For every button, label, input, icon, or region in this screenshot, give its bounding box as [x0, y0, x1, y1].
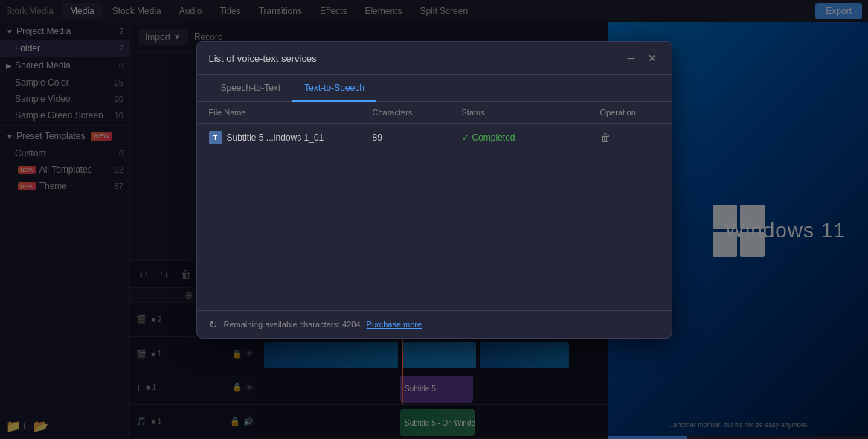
modal-tabs: Speech-to-Text Text-to-Speech [197, 75, 672, 102]
modal-tab-stt[interactable]: Speech-to-Text [209, 75, 293, 102]
modal-close-button[interactable]: ✕ [645, 51, 660, 65]
col-operation: Operation [600, 108, 660, 117]
row-filename: T Subtitle 5 ...indows 1_01 [209, 131, 373, 144]
modal-header-buttons: ─ ✕ [624, 51, 660, 65]
modal-dialog: List of voice-text services ─ ✕ Speech-t… [196, 41, 672, 339]
list-item: T Subtitle 5 ...indows 1_01 89 ✓ Complet… [197, 124, 672, 152]
modal-title: List of voice-text services [209, 53, 317, 64]
modal-header: List of voice-text services ─ ✕ [197, 42, 672, 75]
delete-row-button[interactable]: 🗑 [600, 132, 611, 144]
status-text: Completed [472, 132, 515, 143]
row-operation: 🗑 [600, 132, 660, 144]
col-status: Status [462, 108, 600, 117]
file-name-text: Subtitle 5 ...indows 1_01 [227, 132, 324, 143]
modal-body: File Name Characters Status Operation T … [197, 102, 672, 310]
modal-table-header: File Name Characters Status Operation [197, 102, 672, 124]
col-characters: Characters [373, 108, 462, 117]
modal-minimize-button[interactable]: ─ [624, 51, 639, 65]
row-characters: 89 [373, 132, 462, 143]
remaining-chars-label: Remaining available characters: 4204 [224, 320, 361, 329]
purchase-more-link[interactable]: Purchase more [367, 320, 422, 329]
file-type-icon: T [209, 131, 222, 144]
modal-footer: ↻ Remaining available characters: 4204 P… [197, 310, 672, 338]
refresh-button[interactable]: ↻ [209, 318, 218, 330]
modal-overlay[interactable]: List of voice-text services ─ ✕ Speech-t… [0, 0, 868, 439]
col-filename: File Name [209, 108, 373, 117]
status-check-icon: ✓ [462, 132, 469, 143]
row-status: ✓ Completed [462, 132, 600, 143]
modal-tab-tts[interactable]: Text-to-Speech [292, 75, 376, 102]
